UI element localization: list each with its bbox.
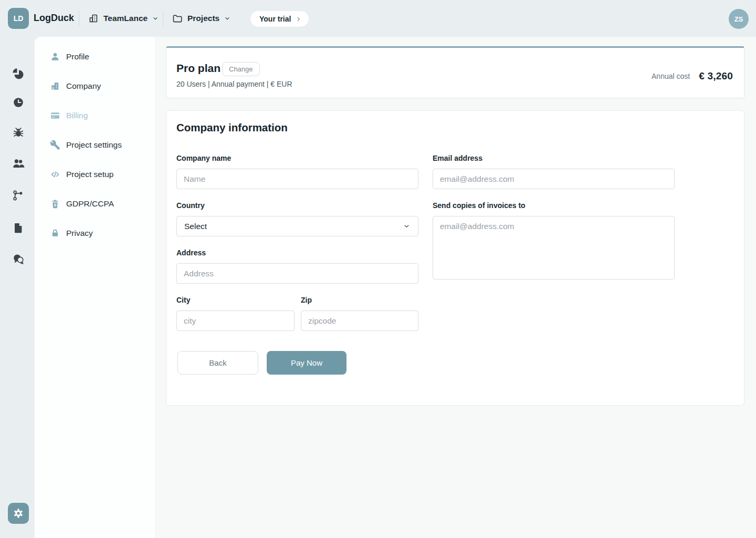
plan-summary-card: Pro plan Change 20 Users | Annual paymen… — [166, 46, 744, 98]
sidebar-item-gdpr-ccpa[interactable]: GDPR/CCPA — [35, 196, 155, 212]
sidebar-item-privacy[interactable]: Privacy — [35, 225, 155, 241]
settings-sidebar: Profile Company — [35, 37, 155, 538]
billing-settings-page: { "colors": { "accent": "#6F98A4", "pay_… — [0, 0, 756, 538]
city-label: City — [176, 296, 190, 304]
trial-status-button[interactable]: Your trial — [250, 11, 309, 27]
trial-label: Your trial — [259, 15, 291, 23]
email-input[interactable] — [433, 169, 675, 189]
gear-icon — [13, 508, 24, 519]
city-input[interactable] — [176, 311, 295, 331]
user-avatar[interactable]: ZS — [729, 9, 749, 29]
app-logo[interactable]: LD — [8, 8, 29, 29]
divider — [163, 11, 163, 26]
credit-card-icon — [50, 110, 60, 121]
workspace-selector[interactable]: TeamLance — [88, 0, 159, 37]
projects-selector[interactable]: Projects — [172, 0, 231, 37]
top-header: LD LogDuck TeamLance Projects — [0, 0, 756, 37]
sidebar-item-billing[interactable]: Billing — [35, 108, 155, 123]
pie-chart-icon[interactable] — [12, 68, 25, 80]
sidebar-item-label: Privacy — [66, 229, 93, 238]
sidebar-item-label: Profile — [66, 52, 89, 61]
form-title: Company information — [176, 121, 288, 134]
pay-now-button[interactable]: Pay Now — [267, 351, 346, 375]
sidebar-item-company[interactable]: Company — [35, 78, 155, 94]
zip-label: Zip — [301, 296, 312, 304]
building-icon — [88, 13, 99, 24]
wrench-icon — [50, 140, 60, 150]
code-icon — [50, 169, 60, 180]
workspace-name: TeamLance — [103, 14, 148, 23]
folder-icon — [172, 13, 183, 24]
building-icon — [50, 81, 60, 91]
chat-icon[interactable] — [12, 253, 25, 265]
country-select-value: Select — [184, 222, 207, 231]
email-label: Email address — [433, 154, 482, 162]
annual-cost-label: Annual cost — [652, 72, 690, 80]
sidebar-item-label: Billing — [66, 111, 88, 120]
projects-label: Projects — [187, 14, 219, 23]
invoice-copies-label: Send copies of invoices to — [433, 201, 526, 210]
plan-summary: 20 Users | Annual payment | € EUR — [176, 80, 292, 88]
users-icon[interactable] — [12, 157, 25, 170]
invoice-copies-textarea[interactable] — [433, 216, 675, 280]
zip-input[interactable] — [301, 311, 418, 331]
chevron-down-icon — [224, 15, 231, 22]
chevron-down-icon — [152, 15, 159, 22]
address-label: Address — [176, 249, 206, 257]
avatar-initials: ZS — [734, 15, 743, 23]
divider — [79, 11, 79, 26]
trash-icon — [50, 199, 60, 209]
company-name-label: Company name — [176, 154, 231, 162]
document-icon[interactable] — [12, 222, 25, 234]
git-branch-icon[interactable] — [12, 189, 25, 202]
plan-name: Pro plan — [176, 62, 220, 75]
back-button[interactable]: Back — [177, 351, 258, 375]
country-label: Country — [176, 201, 205, 210]
sidebar-item-label: Project setup — [66, 170, 113, 179]
sidebar-item-label: GDPR/CCPA — [66, 199, 114, 209]
chevron-down-icon — [403, 222, 411, 230]
address-input[interactable] — [176, 263, 418, 284]
settings-gear-button[interactable] — [8, 503, 29, 524]
lock-icon — [50, 228, 60, 239]
country-select[interactable]: Select — [176, 216, 418, 236]
user-icon — [50, 51, 60, 62]
app-name: LogDuck — [34, 13, 74, 24]
company-information-card: Company information Company name Country… — [166, 110, 744, 406]
company-name-input[interactable] — [176, 169, 418, 189]
change-plan-button[interactable]: Change — [222, 62, 260, 76]
annual-cost-value: € 3,260 — [699, 70, 733, 82]
app-logo-initials: LD — [14, 14, 24, 23]
clock-icon[interactable] — [12, 96, 25, 109]
sidebar-item-profile[interactable]: Profile — [35, 49, 155, 65]
sidebar-item-project-setup[interactable]: Project setup — [35, 167, 155, 182]
annual-cost: Annual cost € 3,260 — [652, 69, 733, 84]
main-content: Pro plan Change 20 Users | Annual paymen… — [156, 37, 756, 538]
bug-icon[interactable] — [12, 126, 25, 139]
sidebar-item-project-settings[interactable]: Project settings — [35, 137, 155, 153]
sidebar-item-label: Project settings — [66, 140, 122, 150]
chevron-right-icon — [295, 16, 302, 23]
sidebar-item-label: Company — [66, 81, 101, 91]
